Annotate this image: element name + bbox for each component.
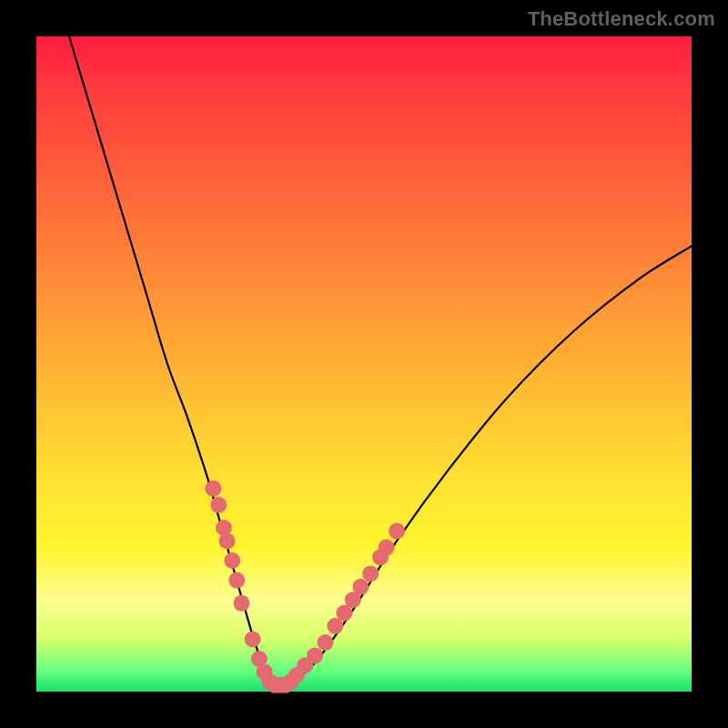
bottleneck-curve-svg — [36, 36, 692, 692]
curve-marker — [228, 572, 245, 589]
curve-marker — [379, 540, 395, 556]
curve-marker — [219, 532, 236, 549]
curve-marker — [307, 647, 323, 663]
curve-marker — [205, 480, 221, 497]
curve-marker — [224, 552, 240, 569]
curve-marker — [389, 523, 405, 540]
curve-markers — [205, 480, 405, 693]
curve-marker — [210, 497, 227, 513]
chart-frame: TheBottleneck.com — [0, 0, 728, 728]
bottleneck-curve — [69, 36, 692, 686]
curve-marker — [245, 631, 261, 647]
curve-marker — [362, 565, 379, 581]
curve-marker — [352, 579, 369, 595]
watermark-text: TheBottleneck.com — [528, 7, 715, 31]
curve-marker — [318, 634, 334, 651]
plot-area — [36, 36, 692, 692]
curve-marker — [233, 595, 249, 612]
